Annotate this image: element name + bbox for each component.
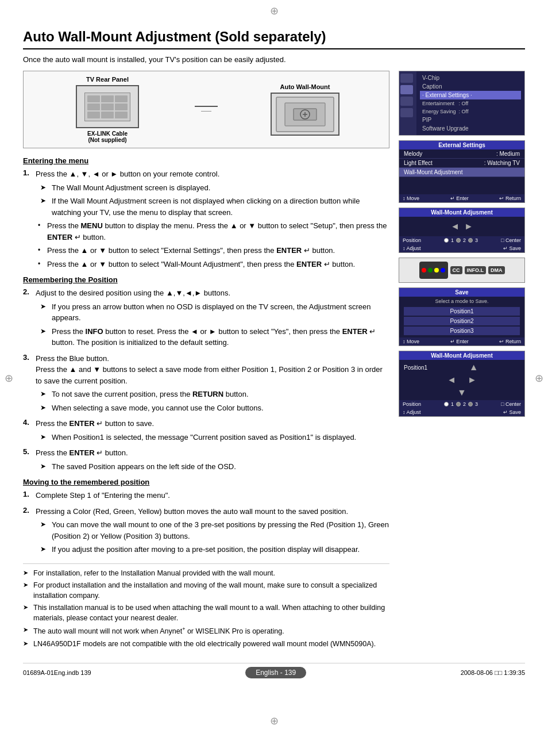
diagram-box: TV Rear Panel xyxy=(23,71,389,148)
menu-external: · External Settings · xyxy=(420,91,521,99)
step-3-sub1: ➤ To not save the current position, pres… xyxy=(36,389,389,400)
step-1-sub2: ➤ If the Wall Mount Adjustment screen is… xyxy=(36,195,389,218)
pos-dots: 1 2 3 xyxy=(444,237,478,243)
arrow-icon-6: ➤ xyxy=(40,402,48,414)
intro-text: Once the auto wall mount is installed, y… xyxy=(23,55,525,64)
wall-mount-diagram: Auto Wall-Mount xyxy=(226,83,384,136)
step-3-num: 3. xyxy=(23,353,32,362)
step-5-content: Press the ENTER ↵ button. ➤ The saved Po… xyxy=(36,447,389,472)
dot-3-label: 3 xyxy=(475,237,478,243)
wma-pos-label: Position xyxy=(403,237,421,243)
note-4: ➤ The auto wall mount will not work when… xyxy=(23,625,389,637)
cc-button[interactable]: CC xyxy=(450,266,462,274)
step-2-text: Adjust to the desired position using the… xyxy=(36,289,230,297)
move-step-2-row: 2. Pressing a Color (Red, Green, Yellow)… xyxy=(23,506,389,555)
left-column: TV Rear Panel xyxy=(23,71,389,651)
dma-button[interactable]: DMA xyxy=(488,266,505,274)
arrow-icon-5: ➤ xyxy=(40,389,48,400)
color-btn-group xyxy=(422,268,445,273)
tv-cell-7 xyxy=(87,112,100,118)
dot-3 xyxy=(468,238,473,243)
arrow-icon-2: ➤ xyxy=(40,195,48,218)
dot-1 xyxy=(444,238,449,243)
wma-center: □ Center xyxy=(501,237,521,243)
wma-center-2: □ Center xyxy=(501,401,521,407)
ext-enter: ↵ Enter xyxy=(450,195,469,201)
step-1-sub1: ➤ The Wall Mount Adjustment screen is di… xyxy=(36,182,389,194)
bullet-1: • Press the MENU button to display the m… xyxy=(36,220,389,243)
step-4-row: 4. Press the ENTER ↵ button to save. ➤ W… xyxy=(23,418,389,443)
page-footer: 01689A-01Eng.indb 139 English - 139 2008… xyxy=(23,663,525,678)
ext-spacer xyxy=(399,177,524,194)
page-container: Auto Wall-Mount Adjustment (Sold separat… xyxy=(0,0,548,756)
step-2: 2. Adjust to the desired position using … xyxy=(23,287,389,348)
tv-cell-8 xyxy=(101,112,114,118)
note-arrow-3: ➤ xyxy=(23,603,31,623)
wma-position-bar-2: Position 1 2 3 □ Center xyxy=(399,400,524,408)
moving-list: 1. Complete Step 1 of "Entering the menu… xyxy=(23,490,389,555)
step-3-sub2: ➤ When selecting a save mode, you cannot… xyxy=(36,402,389,414)
step-4: 4. Press the ENTER ↵ button to save. ➤ W… xyxy=(23,418,389,443)
step-2-sub2-text: Press the INFO button to reset. Press th… xyxy=(52,326,389,348)
wma-title-1: Wall-Mount Adjusment xyxy=(399,208,524,217)
wma-position-bar-1: Position 1 2 3 □ Center xyxy=(399,236,524,244)
ext-bottom-bar: ↕ Move ↵ Enter ↩ Return xyxy=(399,194,524,202)
wma-adjust-bar-1: ↕ Adjust ↵ Save xyxy=(399,244,524,252)
tv-rear-inner xyxy=(84,93,130,121)
bullet-3-text: Press the ▲ or ▼ button to select "Wall-… xyxy=(47,259,355,270)
step-4-text: Press the ENTER ↵ button to save. xyxy=(36,419,154,428)
wma-save: ↵ Save xyxy=(503,245,521,251)
bullet-3: • Press the ▲ or ▼ button to select "Wal… xyxy=(36,259,389,270)
wma-save-2: ↵ Save xyxy=(503,409,521,415)
wall-mount-svg xyxy=(273,94,337,135)
tv-cell-3 xyxy=(115,95,128,102)
content-area: TV Rear Panel xyxy=(23,71,525,651)
save-subtitle: Select a mode to Save. xyxy=(399,297,524,306)
info-button[interactable]: INFO.L xyxy=(465,266,487,274)
note-arrow-2: ➤ xyxy=(23,581,31,601)
tv-cell-4 xyxy=(87,103,100,110)
save-position2: Position2 xyxy=(404,317,520,325)
position1-row: Position1 ▲ xyxy=(399,360,524,375)
step-2-sub1: ➤ If you press an arrow button when no O… xyxy=(36,301,389,324)
pos1-lr-arrows: ◄ ► xyxy=(399,375,524,387)
wma-adjust: ↕ Adjust xyxy=(403,245,421,251)
dot-2 xyxy=(456,238,461,243)
step-4-sub1: ➤ When Position1 is selected, the messag… xyxy=(36,432,389,443)
tv-cell-5 xyxy=(101,103,114,110)
dot-6-label: 3 xyxy=(475,401,478,407)
wma-screenshot-1: Wall-Mount Adjusment ◄ ► Position 1 2 3 xyxy=(399,208,525,253)
step-1-content: Press the ▲, ▼, ◄ or ► button on your re… xyxy=(36,168,389,270)
step-2-row: 2. Adjust to the desired position using … xyxy=(23,287,389,348)
sidebar-icon-4 xyxy=(400,108,413,117)
menu-vcchip: V-Chip xyxy=(420,74,521,82)
connector-line: —— xyxy=(192,106,220,114)
dot-5 xyxy=(456,402,461,406)
step-5-text: Press the ENTER ↵ button. xyxy=(36,448,128,457)
menu-entertainment: Entertainment : Off xyxy=(420,99,521,108)
entering-menu-heading: Entering the menu xyxy=(23,156,389,165)
wall-mount-rect xyxy=(271,93,339,136)
pos1-down-arrow-row: ▼ xyxy=(399,387,524,400)
dot-1-label: 1 xyxy=(451,237,454,243)
external-settings-screenshot: External Settings Melody : Medium Light … xyxy=(399,140,525,203)
entering-menu-list: 1. Press the ▲, ▼, ◄ or ► button on your… xyxy=(23,168,389,270)
move-step-1-num: 1. xyxy=(23,490,32,498)
step-4-num: 4. xyxy=(23,418,32,427)
wall-mount-label: Auto Wall-Mount xyxy=(226,83,384,90)
note-5: ➤ LN46A950D1F models are not compatible … xyxy=(23,639,389,650)
arrow-icon-3: ➤ xyxy=(40,301,48,324)
footer-date: 2008-08-06 □□ 1:39:35 xyxy=(461,669,525,676)
sidebar-icon-2 xyxy=(400,85,413,94)
setup-menu-panel: V-Chip Caption · External Settings · Ent… xyxy=(416,71,524,135)
note-arrow-5: ➤ xyxy=(23,639,31,650)
note-arrow-1: ➤ xyxy=(23,569,31,579)
arrow-icon-10: ➤ xyxy=(40,544,48,555)
cable-line xyxy=(195,106,218,107)
step-5-num: 5. xyxy=(23,447,32,456)
menu-pip: PIP xyxy=(420,116,521,124)
menu-energy: Energy Saving : Off xyxy=(420,108,521,116)
tv-cell-1 xyxy=(87,95,100,102)
ex-link-label: EX-LINK Cable (Not supplied) xyxy=(28,131,187,143)
wma-left-arrow: ◄ xyxy=(450,221,460,232)
